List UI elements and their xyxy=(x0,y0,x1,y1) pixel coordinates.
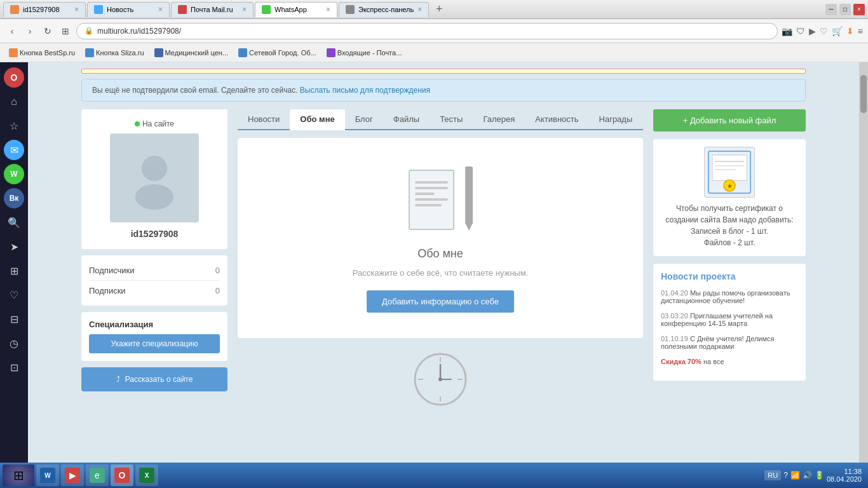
bookmark-icon-2 xyxy=(85,48,94,57)
avatar xyxy=(110,133,199,222)
tab-awards[interactable]: Награды xyxy=(589,109,643,129)
volume-icon: 🔊 xyxy=(803,471,812,480)
bookmark-sliza[interactable]: Кнопка Sliza.ru xyxy=(81,47,147,58)
svg-point-0 xyxy=(142,156,167,181)
scrollbar[interactable] xyxy=(859,62,868,488)
tab-about[interactable]: Обо мне xyxy=(290,109,344,130)
tab-whatsapp[interactable]: WhatsApp × xyxy=(255,2,337,17)
address-actions: 📷 🛡 ▶ ♡ 🛒 ⬇ ≡ xyxy=(782,26,863,36)
search-sidebar-icon[interactable]: 🔍 xyxy=(4,212,24,233)
close-button[interactable]: × xyxy=(853,4,865,15)
add-info-button[interactable]: Добавить информацию о себе xyxy=(367,290,514,313)
bookmark-icon-5 xyxy=(327,48,336,57)
start-button[interactable]: ⊞ xyxy=(3,464,34,486)
profile-container: На сайте id15297908 Подп xyxy=(81,109,806,421)
refresh-button[interactable]: ↻ xyxy=(41,24,55,38)
add-file-button[interactable]: + Добавить новый файл xyxy=(653,109,806,132)
tab-close-1[interactable]: × xyxy=(74,5,79,14)
address-bar: ‹ › ↻ ⊞ 🔒 multiurok.ru/id15297908/ 📷 🛡 ▶… xyxy=(0,19,868,43)
tab-icon-1 xyxy=(10,5,19,14)
tab-files[interactable]: Файлы xyxy=(383,109,430,129)
bookmark-label-2: Кнопка Sliza.ru xyxy=(96,49,144,57)
bookmark-label-1: Кнопка BestSp.ru xyxy=(20,49,75,57)
view-mode-button[interactable]: ⊞ xyxy=(58,24,72,38)
tab-close-5[interactable]: × xyxy=(417,5,422,14)
heart-sidebar-icon[interactable]: ♡ xyxy=(4,285,24,305)
tab-news[interactable]: Новости xyxy=(238,109,290,129)
banner-link[interactable]: Выслать письмо для подтверждения xyxy=(300,86,430,95)
news-item-4: Скидка 70% на все xyxy=(661,358,798,365)
share-icon: ⤴ xyxy=(116,375,120,384)
tray-lang[interactable]: RU xyxy=(764,470,781,480)
restore-button[interactable]: □ xyxy=(839,4,851,15)
share-button[interactable]: ⤴ Рассказать о сайте xyxy=(81,367,227,391)
heart-icon[interactable]: ♡ xyxy=(820,26,828,36)
tab-close-4[interactable]: × xyxy=(326,5,330,14)
bookmark-mail[interactable]: Входящие - Почта... xyxy=(323,47,406,58)
tab-blog[interactable]: Блог xyxy=(345,109,383,129)
whatsapp-sidebar-icon[interactable]: W xyxy=(4,164,24,184)
download-icon[interactable]: ⬇ xyxy=(846,26,854,36)
scroll-thumb[interactable] xyxy=(860,75,867,113)
taskbar-opera[interactable]: O xyxy=(111,464,133,486)
news-text-4: на все xyxy=(703,358,724,365)
layers-icon[interactable]: ⊟ xyxy=(4,309,24,329)
taskbar: ⊞ W ▶ e O X RU ? 📶 🔊 🔋 11:38 08.04.2020 xyxy=(0,463,868,488)
news-date-2: 03.03.20 xyxy=(661,312,688,320)
subscriptions-row: Подписки 0 xyxy=(89,281,220,301)
bookmark-med[interactable]: Медицинский цен... xyxy=(151,47,232,58)
tab-icon-4 xyxy=(262,5,271,14)
back-button[interactable]: ‹ xyxy=(5,24,19,38)
box-icon[interactable]: ⊡ xyxy=(4,357,24,377)
menu-icon[interactable]: ≡ xyxy=(858,26,863,36)
email-banner: Вы ещё не подтвердили свой email. Сделай… xyxy=(81,79,806,102)
tab-mail[interactable]: Почта Mail.ru × xyxy=(171,2,254,17)
bookmarks-icon[interactable]: ☆ xyxy=(4,116,24,136)
tab-id15297908[interactable]: id15297908 × xyxy=(3,2,86,17)
taskbar-film[interactable]: ▶ xyxy=(61,464,84,486)
clock-icon[interactable]: ◷ xyxy=(4,333,24,353)
online-status: На сайте xyxy=(92,119,217,128)
tab-close-2[interactable]: × xyxy=(158,5,163,14)
profile-card: На сайте id15297908 xyxy=(81,109,227,249)
taskbar-excel[interactable]: X xyxy=(135,464,158,486)
tab-news[interactable]: Новость × xyxy=(87,2,170,17)
subscriptions-count: 0 xyxy=(215,286,220,295)
vk-icon[interactable]: Вк xyxy=(4,188,24,208)
opera-logo-icon[interactable]: O xyxy=(4,67,24,88)
share-label: Рассказать о сайте xyxy=(125,375,193,384)
bookmark-city[interactable]: Сетевой Город. Об... xyxy=(234,47,320,58)
minimize-button[interactable]: ─ xyxy=(825,4,837,15)
tab-activity[interactable]: Активность xyxy=(525,109,588,129)
messenger-icon[interactable]: ✉ xyxy=(4,140,24,160)
doc-line-1 xyxy=(415,181,448,184)
address-input-container[interactable]: 🔒 multiurok.ru/id15297908/ xyxy=(76,23,778,39)
tab-gallery[interactable]: Галерея xyxy=(473,109,525,129)
taskbar-ie[interactable]: e xyxy=(86,464,109,486)
subscribers-label: Подписчики xyxy=(89,266,135,275)
news-title: Новости проекта xyxy=(661,271,798,281)
send-icon[interactable]: ➤ xyxy=(4,236,24,257)
taskbar-word[interactable]: W xyxy=(36,464,59,486)
camera-icon[interactable]: 📷 xyxy=(782,26,792,36)
apps-icon[interactable]: ⊞ xyxy=(4,261,24,281)
new-tab-button[interactable]: + xyxy=(430,2,448,17)
svg-point-1 xyxy=(135,184,173,210)
username: id15297908 xyxy=(92,229,217,239)
tab-express[interactable]: Экспресс-панель × xyxy=(339,2,429,17)
network-icon: 📶 xyxy=(790,471,800,480)
avatar-image xyxy=(123,146,186,210)
specialization-button[interactable]: Укажите специализацию xyxy=(89,334,220,353)
bookmark-bestsp[interactable]: Кнопка BestSp.ru xyxy=(5,47,79,58)
svg-rect-11 xyxy=(712,155,747,180)
cart-icon[interactable]: 🛒 xyxy=(832,26,843,36)
forward-button[interactable]: › xyxy=(23,24,37,38)
tab-tests[interactable]: Тесты xyxy=(430,109,473,129)
tab-close-3[interactable]: × xyxy=(242,5,247,14)
battery-icon: 🔋 xyxy=(815,471,824,480)
home-icon[interactable]: ⌂ xyxy=(4,92,24,112)
play-icon[interactable]: ▶ xyxy=(809,26,816,36)
shield-icon[interactable]: 🛡 xyxy=(796,26,805,36)
page-content: Вы ещё не подтвердили свой email. Сделай… xyxy=(28,62,859,488)
certificate-image: ★ xyxy=(704,147,755,198)
